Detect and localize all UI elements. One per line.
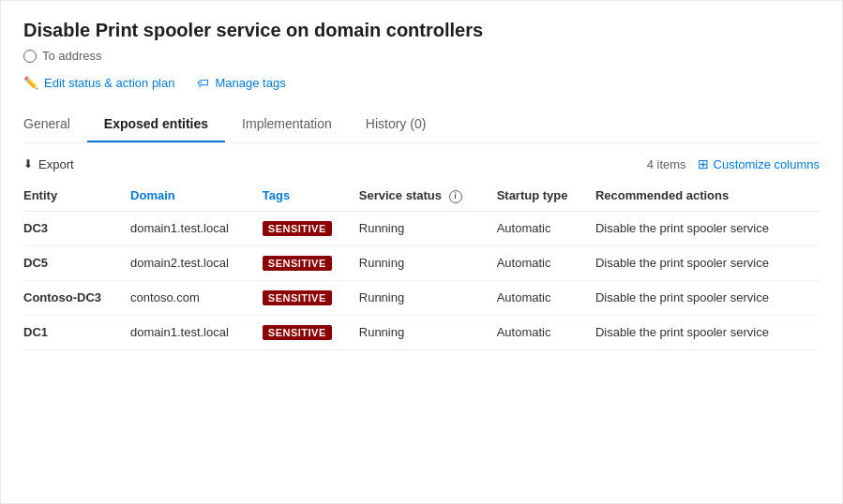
domain-cell: domain1.test.local [130,211,263,245]
recommended-actions-cell: Disable the print spooler service [595,245,820,280]
status-row: To address [23,49,820,63]
table-row: DC1 domain1.test.local SENSITIVE Running… [23,315,820,349]
edit-status-button[interactable]: ✏️ Edit status & action plan [23,76,174,90]
col-header-tags: Tags [263,181,359,211]
recommended-actions-cell: Disable the print spooler service [595,280,820,315]
tags-cell: SENSITIVE [263,211,359,245]
items-count: 4 items [647,157,686,171]
toolbar: ⬇ Export 4 items ⊞ Customize columns [23,156,820,171]
domain-cell: domain1.test.local [130,315,263,349]
tab-implementation[interactable]: Implementation [225,107,349,142]
tag-icon: 🏷 [197,76,209,90]
entities-table: Entity Domain Tags Service status i Star… [23,181,820,350]
download-icon: ⬇ [23,157,33,170]
table-row: Contoso-DC3 contoso.com SENSITIVE Runnin… [23,280,820,315]
service-status-cell: Running [359,315,497,349]
manage-tags-label: Manage tags [215,76,285,90]
sensitive-badge: SENSITIVE [263,256,332,271]
edit-status-label: Edit status & action plan [44,76,174,90]
export-button[interactable]: ⬇ Export [23,157,74,171]
sensitive-badge: SENSITIVE [263,325,332,340]
col-header-entity: Entity [23,181,130,211]
recommended-actions-cell: Disable the print spooler service [595,315,820,349]
recommended-actions-cell: Disable the print spooler service [595,211,820,245]
entity-cell: Contoso-DC3 [23,280,130,315]
service-status-cell: Running [359,280,497,315]
sensitive-badge: SENSITIVE [263,290,332,305]
tab-history[interactable]: History (0) [349,107,444,142]
domain-cell: domain2.test.local [130,245,263,280]
export-label: Export [38,157,74,171]
entity-cell: DC3 [23,211,130,245]
service-status-cell: Running [359,211,497,245]
main-container: Disable Print spooler service on domain … [0,0,843,504]
col-header-startup-type: Startup type [497,181,595,211]
columns-icon: ⊞ [698,156,709,171]
page-title: Disable Print spooler service on domain … [23,20,820,41]
startup-type-cell: Automatic [497,315,595,349]
col-header-domain: Domain [130,181,263,211]
table-row: DC5 domain2.test.local SENSITIVE Running… [23,245,820,280]
service-status-info-icon[interactable]: i [449,190,462,203]
table-row: DC3 domain1.test.local SENSITIVE Running… [23,211,820,245]
manage-tags-button[interactable]: 🏷 Manage tags [197,76,285,90]
startup-type-cell: Automatic [497,280,595,315]
col-header-service-status: Service status i [359,181,497,211]
tags-cell: SENSITIVE [263,315,359,349]
entity-cell: DC5 [23,245,130,280]
tab-general[interactable]: General [23,107,87,142]
startup-type-cell: Automatic [497,211,595,245]
entity-cell: DC1 [23,315,130,349]
tags-cell: SENSITIVE [263,245,359,280]
table-header-row: Entity Domain Tags Service status i Star… [23,181,820,211]
tab-exposed-entities[interactable]: Exposed entities [87,107,225,142]
pencil-icon: ✏️ [23,76,38,90]
domain-cell: contoso.com [130,280,263,315]
tabs-bar: General Exposed entities Implementation … [23,107,820,143]
service-status-cell: Running [359,245,497,280]
sensitive-badge: SENSITIVE [263,221,332,236]
tags-cell: SENSITIVE [263,280,359,315]
toolbar-right: 4 items ⊞ Customize columns [647,156,820,171]
status-label: To address [42,49,102,63]
startup-type-cell: Automatic [497,245,595,280]
customize-label: Customize columns [714,157,820,171]
customize-columns-button[interactable]: ⊞ Customize columns [698,156,820,171]
status-circle-icon [23,50,37,63]
col-header-recommended-actions: Recommended actions [595,181,820,211]
action-buttons: ✏️ Edit status & action plan 🏷 Manage ta… [23,76,820,90]
